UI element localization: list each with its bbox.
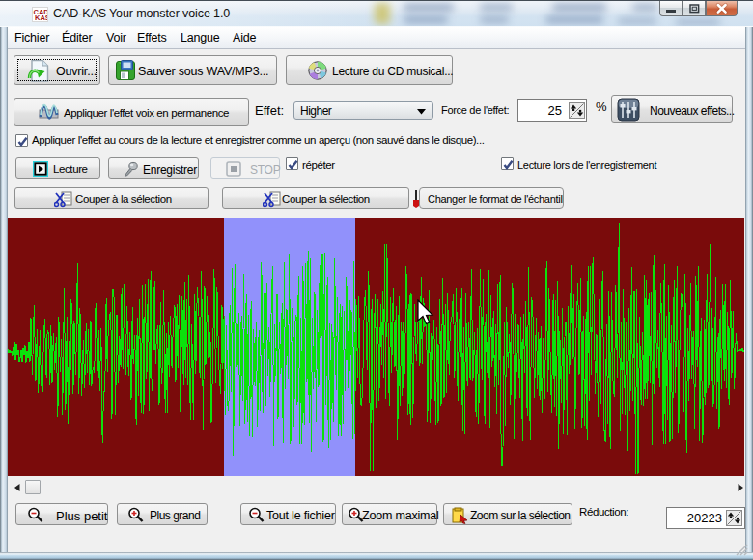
svg-text:KAS: KAS <box>35 14 47 21</box>
